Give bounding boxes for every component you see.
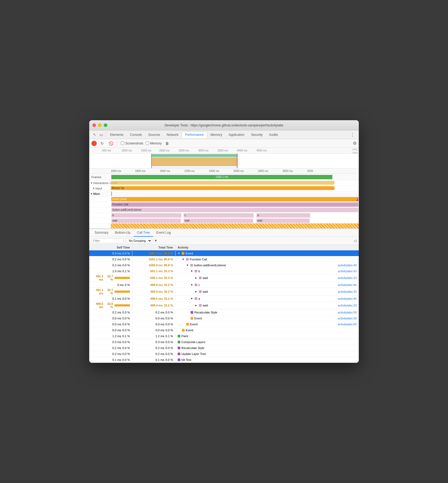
screenshots-checkbox[interactable]	[121, 142, 124, 145]
tab-event-log[interactable]: Event Log	[153, 229, 174, 237]
activity-color-dot	[182, 252, 184, 255]
grouping-select[interactable]: No Grouping	[126, 238, 152, 243]
table-row[interactable]: 0.0 ms0.0 %0.0 ms0.0 %Eventactivitytabs:…	[89, 315, 359, 321]
expand-arrow[interactable]: ▼	[191, 297, 193, 300]
expand-main[interactable]: ▼	[90, 192, 93, 195]
ruler-1500: 1500 ms	[141, 149, 151, 152]
cell-activity: ▼aactivitytabs:40	[175, 296, 359, 301]
table-row[interactable]: 0.3 ms0.0 %1501.4 ms99.9 %▼Event	[89, 250, 359, 256]
expand-arrow[interactable]: ▼	[191, 270, 193, 272]
device-icon[interactable]: ▭	[98, 132, 104, 138]
cell-self-time: 0.0 ms0.0 %	[89, 316, 132, 320]
activity-label: wait	[203, 304, 208, 307]
tab-application[interactable]: Application	[225, 132, 248, 138]
minimize-button[interactable]	[98, 123, 102, 127]
mouse-up-bar: Mouse Up	[111, 186, 335, 190]
tab-elements[interactable]: Elements	[107, 132, 127, 138]
tab-call-tree[interactable]: Call Tree	[134, 229, 153, 237]
reload-record-button[interactable]: ↻	[99, 140, 105, 147]
function-call-row: Function Call	[89, 202, 359, 207]
activity-color-dot	[178, 358, 180, 361]
function-call-bar: Function Call	[111, 202, 358, 207]
cell-self-time: 0.1 ms0.0 %	[89, 358, 132, 362]
abc-row: b c a	[89, 213, 359, 218]
filter-input[interactable]	[91, 238, 124, 243]
memory-checkbox-label[interactable]: Memory	[146, 142, 162, 145]
input-content: Mouse Up	[111, 186, 359, 191]
tab-console[interactable]: Console	[127, 132, 145, 138]
table-row[interactable]: 0.1 ms0.0 %0.1 ms0.0 %Hit Test	[89, 357, 359, 363]
table-row[interactable]: 0.0 ms0.0 %0.0 ms0.0 %Eventactivitytabs:…	[89, 321, 359, 327]
settings-button[interactable]: ⚙	[353, 141, 357, 146]
timeline-overview[interactable]	[89, 154, 359, 168]
activity-link[interactable]: activitytabs:33	[338, 304, 357, 307]
screenshots-checkbox-label[interactable]: Screenshots	[121, 142, 143, 145]
window-title: Developer Tools - https://googlechrome.g…	[165, 123, 284, 127]
table-row[interactable]: 0.2 ms0.0 %1501.1 ms99.9 %▼Function Call	[89, 256, 359, 262]
activity-link[interactable]: activitytabs:40	[338, 297, 357, 300]
table-row[interactable]: 0.0 ms0.0 %0.0 ms0.0 %Event	[89, 327, 359, 333]
expand-interactions[interactable]: ▼	[90, 182, 93, 184]
expand-arrow[interactable]: ▼	[182, 258, 184, 261]
cell-self-time: 1.2 ms0.1 %	[89, 334, 132, 338]
activity-color-dot	[178, 347, 180, 349]
activity-link[interactable]: activitytabs:49	[338, 264, 357, 267]
table-row[interactable]: 1.2 ms0.1 %1.2 ms0.1 %Paint	[89, 333, 359, 339]
activity-link[interactable]: activitytabs:50	[338, 311, 357, 314]
expand-arrow[interactable]: ▼	[186, 264, 189, 267]
tab-audits[interactable]: Audits	[266, 132, 281, 138]
activity-link[interactable]: activitytabs:33	[338, 290, 357, 293]
activity-label: Event	[185, 252, 193, 255]
table-row[interactable]: 491.3 ms32.7 %500.1 ms33.3 %►waitactivit…	[89, 274, 359, 282]
ruler-2500: 2500 ms	[179, 149, 189, 152]
activity-link[interactable]: activitytabs:43	[338, 270, 357, 273]
delete-recording-button[interactable]: 🗑	[164, 140, 170, 147]
record-button[interactable]	[91, 141, 97, 146]
expand-arrow[interactable]: ►	[195, 277, 197, 279]
close-button[interactable]	[92, 123, 96, 127]
table-row[interactable]: 0.3 ms0.0 %0.3 ms0.0 %Composite Layers	[89, 339, 359, 345]
clear-button[interactable]: 🚫	[108, 140, 114, 147]
expand-arrow[interactable]: ▼	[178, 252, 180, 255]
table-row[interactable]: 0.2 ms0.0 %1500.9 ms99.8 %▼button.addEve…	[89, 262, 359, 268]
activity-label: Event	[190, 323, 198, 326]
table-row[interactable]: 489.5 ms32.6 %499.4 ms33.2 %►waitactivit…	[89, 302, 359, 309]
tab-security[interactable]: Security	[248, 132, 266, 138]
table-row[interactable]: 0.2 ms0.0 %0.2 ms0.0 %Update Layer Tree	[89, 351, 359, 357]
table-row[interactable]: 491.1 ms32.7 %499.9 ms33.2 %►waitactivit…	[89, 288, 359, 296]
table-row[interactable]: 0.2 ms0.0 %0.2 ms0.0 %Recalculate Style	[89, 345, 359, 351]
tab-performance[interactable]: Performance	[182, 132, 207, 138]
main-row: ▼ Main	[89, 191, 359, 196]
table-row[interactable]: 0 ms0 %499.9 ms33.2 %▼cactivitytabs:46	[89, 282, 359, 288]
a-bar: a	[256, 213, 310, 218]
expand-arrow[interactable]: ►	[195, 290, 197, 293]
table-row[interactable]: 1.0 ms0.1 %501.1 ms33.3 %▼bactivitytabs:…	[89, 268, 359, 274]
tab-summary[interactable]: Summary	[91, 229, 112, 237]
activity-link[interactable]: activitytabs:50	[338, 317, 357, 320]
cell-total-time: 0.0 ms0.0 %	[132, 328, 175, 332]
expand-arrow[interactable]: ▼	[191, 284, 193, 286]
memory-checkbox[interactable]	[146, 142, 149, 145]
interactions-row: ▼ Interactions:ponse	[89, 180, 359, 186]
inspect-icon[interactable]: ↖	[91, 132, 98, 138]
heavy-button[interactable]: ◁	[354, 239, 357, 243]
tab-network[interactable]: Network	[163, 132, 182, 138]
input-row: ▼ Input Mouse Up	[89, 186, 359, 191]
expand-input[interactable]: ▼	[92, 187, 95, 190]
ruler-4000: 4000 ms	[237, 149, 247, 152]
expand-arrow[interactable]: ►	[195, 304, 197, 307]
tab-memory[interactable]: Memory	[207, 132, 225, 138]
maximize-button[interactable]	[104, 123, 107, 127]
activity-link[interactable]: activitytabs:50	[338, 323, 357, 326]
table-row[interactable]: 0.1 ms0.0 %499.5 ms33.2 %▼aactivitytabs:…	[89, 296, 359, 302]
more-tabs-button[interactable]: ⋮	[349, 132, 357, 138]
activity-link[interactable]: activitytabs:33	[338, 276, 357, 280]
tab-bottom-up[interactable]: Bottom-Up	[112, 229, 133, 237]
activity-link[interactable]: activitytabs:46	[338, 283, 357, 287]
activity-label: Recalculate Style	[181, 346, 204, 350]
frames-label: Frames	[89, 175, 111, 179]
selection-region[interactable]	[151, 154, 237, 168]
cell-self-time: 0.1 ms0.0 %	[89, 296, 132, 301]
tab-sources[interactable]: Sources	[145, 132, 163, 138]
table-row[interactable]: 0.2 ms0.0 %0.2 ms0.0 %Recalculate Stylea…	[89, 309, 359, 315]
